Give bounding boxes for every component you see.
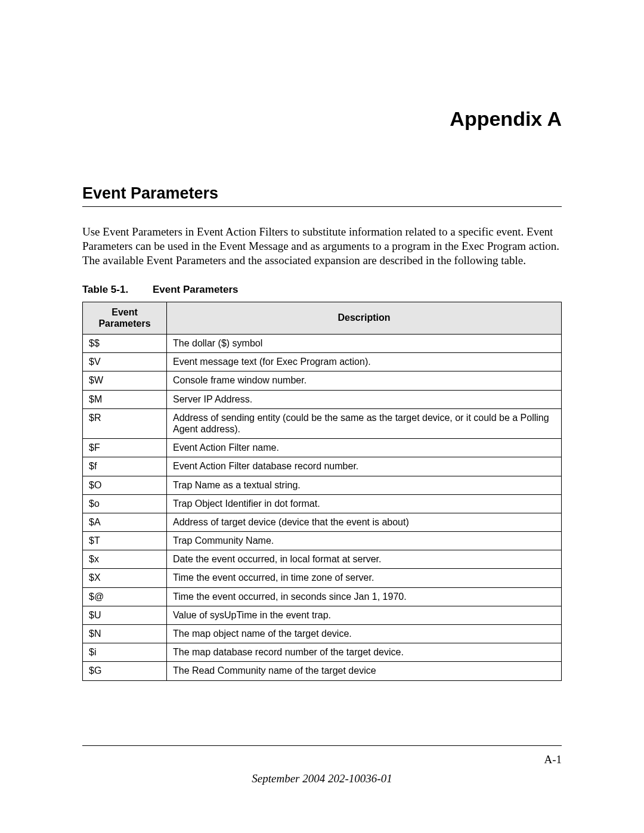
table-cell-param: $M <box>83 390 167 408</box>
table-cell-param: $T <box>83 532 167 550</box>
table-cell-desc: Event message text (for Exec Program act… <box>167 353 562 371</box>
table-header-row: Event Parameters Description <box>83 302 562 335</box>
table-cell-param: $$ <box>83 335 167 353</box>
table-cell-param: $U <box>83 606 167 624</box>
table-caption-title: Event Parameters <box>153 284 239 295</box>
table-row: $@Time the event occurred, in seconds si… <box>83 587 562 606</box>
page: Appendix A Event Parameters Use Event Pa… <box>0 0 644 833</box>
table-cell-desc: Date the event occurred, in local format… <box>167 550 562 569</box>
table-cell-param: $@ <box>83 587 167 606</box>
table-cell-param: $V <box>83 353 167 371</box>
table-row: $OTrap Name as a textual string. <box>83 476 562 494</box>
footer-text: September 2004 202-10036-01 <box>82 772 562 785</box>
table-cell-param: $X <box>83 569 167 587</box>
table-cell-param: $R <box>83 408 167 438</box>
table-row: $MServer IP Address. <box>83 390 562 408</box>
table-row: $UValue of sysUpTime in the event trap. <box>83 606 562 624</box>
table-cell-desc: Address of target device (device that th… <box>167 513 562 531</box>
table-cell-param: $f <box>83 457 167 476</box>
table-row: $oTrap Object Identifier in dot format. <box>83 494 562 513</box>
table-row: $TTrap Community Name. <box>83 532 562 550</box>
table-cell-param: $G <box>83 662 167 680</box>
footer: A-1 September 2004 202-10036-01 <box>82 745 562 785</box>
table-cell-desc: Trap Community Name. <box>167 532 562 550</box>
intro-paragraph: Use Event Parameters in Event Action Fil… <box>82 225 562 267</box>
table-row: $$The dollar ($) symbol <box>83 335 562 353</box>
table-cell-desc: Event Action Filter database record numb… <box>167 457 562 476</box>
table-row: $GThe Read Community name of the target … <box>83 662 562 680</box>
table-caption-number: Table 5-1. <box>82 284 128 296</box>
table-row: $fEvent Action Filter database record nu… <box>83 457 562 476</box>
table-cell-desc: Time the event occurred, in time zone of… <box>167 569 562 587</box>
table-cell-desc: The dollar ($) symbol <box>167 335 562 353</box>
table-cell-desc: Console frame window number. <box>167 371 562 390</box>
table-cell-desc: Trap Name as a textual string. <box>167 476 562 494</box>
event-parameters-table: Event Parameters Description $$The dolla… <box>82 302 562 680</box>
table-cell-param: $i <box>83 643 167 662</box>
table-cell-desc: Value of sysUpTime in the event trap. <box>167 606 562 624</box>
section-title: Event Parameters <box>82 184 562 203</box>
footer-rule <box>82 745 562 746</box>
table-cell-param: $W <box>83 371 167 390</box>
appendix-title: Appendix A <box>82 107 562 131</box>
table-cell-param: $x <box>83 550 167 569</box>
table-row: $WConsole frame window number. <box>83 371 562 390</box>
table-cell-desc: Time the event occurred, in seconds sinc… <box>167 587 562 606</box>
page-number: A-1 <box>82 753 562 766</box>
table-cell-desc: The map database record number of the ta… <box>167 643 562 662</box>
table-header-param: Event Parameters <box>83 302 167 335</box>
table-cell-param: $O <box>83 476 167 494</box>
table-cell-param: $F <box>83 439 167 457</box>
table-cell-desc: The Read Community name of the target de… <box>167 662 562 680</box>
table-row: $XTime the event occurred, in time zone … <box>83 569 562 587</box>
table-row: $RAddress of sending entity (could be th… <box>83 408 562 438</box>
table-cell-param: $o <box>83 494 167 513</box>
table-cell-desc: The map object name of the target device… <box>167 625 562 643</box>
table-cell-desc: Address of sending entity (could be the … <box>167 408 562 438</box>
table-row: $iThe map database record number of the … <box>83 643 562 662</box>
table-row: $NThe map object name of the target devi… <box>83 625 562 643</box>
table-row: $FEvent Action Filter name. <box>83 439 562 457</box>
table-caption: Table 5-1. Event Parameters <box>82 284 562 296</box>
table-cell-desc: Event Action Filter name. <box>167 439 562 457</box>
table-header-desc: Description <box>167 302 562 335</box>
table-cell-desc: Trap Object Identifier in dot format. <box>167 494 562 513</box>
table-row: $AAddress of target device (device that … <box>83 513 562 531</box>
section-rule <box>82 206 562 207</box>
table-cell-desc: Server IP Address. <box>167 390 562 408</box>
table-row: $VEvent message text (for Exec Program a… <box>83 353 562 371</box>
table-row: $xDate the event occurred, in local form… <box>83 550 562 569</box>
table-cell-param: $N <box>83 625 167 643</box>
table-cell-param: $A <box>83 513 167 531</box>
